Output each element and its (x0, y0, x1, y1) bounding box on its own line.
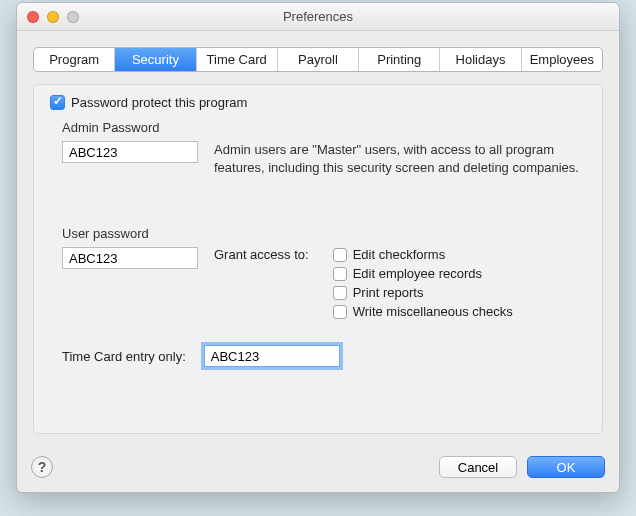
perm-write-misc-checks: Write miscellaneous checks (333, 304, 513, 319)
close-icon[interactable] (27, 11, 39, 23)
timecard-entry-row: Time Card entry only: (62, 345, 586, 367)
tab-holidays[interactable]: Holidays (440, 48, 521, 71)
timecard-entry-input[interactable] (204, 345, 340, 367)
perm-label: Write miscellaneous checks (353, 304, 513, 319)
perm-edit-checkforms: Edit checkforms (333, 247, 513, 262)
help-icon[interactable]: ? (31, 456, 53, 478)
permission-list: Edit checkforms Edit employee records Pr… (333, 247, 513, 319)
minimize-icon[interactable] (47, 11, 59, 23)
grant-access-group: Grant access to: Edit checkforms Edit em… (214, 247, 513, 319)
security-panel: Password protect this program Admin Pass… (33, 84, 603, 434)
perm-print-reports: Print reports (333, 285, 513, 300)
cancel-button[interactable]: Cancel (439, 456, 517, 478)
perm-edit-employee-records: Edit employee records (333, 266, 513, 281)
perm-edit-checkforms-checkbox[interactable] (333, 248, 347, 262)
timecard-entry-label: Time Card entry only: (62, 349, 186, 364)
user-password-label: User password (62, 226, 586, 241)
perm-write-misc-checks-checkbox[interactable] (333, 305, 347, 319)
perm-print-reports-checkbox[interactable] (333, 286, 347, 300)
window-controls (27, 11, 79, 23)
preferences-window: Preferences Program Security Time Card P… (16, 2, 620, 493)
perm-edit-employee-records-checkbox[interactable] (333, 267, 347, 281)
admin-password-description: Admin users are "Master" users, with acc… (214, 141, 586, 176)
admin-password-input[interactable] (62, 141, 198, 163)
password-protect-checkbox[interactable] (50, 95, 65, 110)
tab-payroll[interactable]: Payroll (278, 48, 359, 71)
perm-label: Edit checkforms (353, 247, 445, 262)
zoom-icon (67, 11, 79, 23)
user-password-input[interactable] (62, 247, 198, 269)
admin-password-row: Admin users are "Master" users, with acc… (62, 141, 586, 176)
ok-button[interactable]: OK (527, 456, 605, 478)
dialog-footer: ? Cancel OK (17, 448, 619, 492)
tab-program[interactable]: Program (34, 48, 115, 71)
perm-label: Print reports (353, 285, 424, 300)
tab-employees[interactable]: Employees (522, 48, 602, 71)
tab-time-card[interactable]: Time Card (197, 48, 278, 71)
grant-access-label: Grant access to: (214, 247, 309, 319)
admin-password-label: Admin Password (62, 120, 586, 135)
user-password-row: Grant access to: Edit checkforms Edit em… (62, 247, 586, 319)
perm-label: Edit employee records (353, 266, 482, 281)
titlebar: Preferences (17, 3, 619, 31)
window-title: Preferences (25, 9, 611, 24)
tab-bar: Program Security Time Card Payroll Print… (33, 47, 603, 72)
content-area: Program Security Time Card Payroll Print… (17, 31, 619, 448)
password-protect-row: Password protect this program (50, 95, 586, 110)
password-protect-label: Password protect this program (71, 95, 247, 110)
tab-printing[interactable]: Printing (359, 48, 440, 71)
tab-security[interactable]: Security (115, 48, 196, 71)
